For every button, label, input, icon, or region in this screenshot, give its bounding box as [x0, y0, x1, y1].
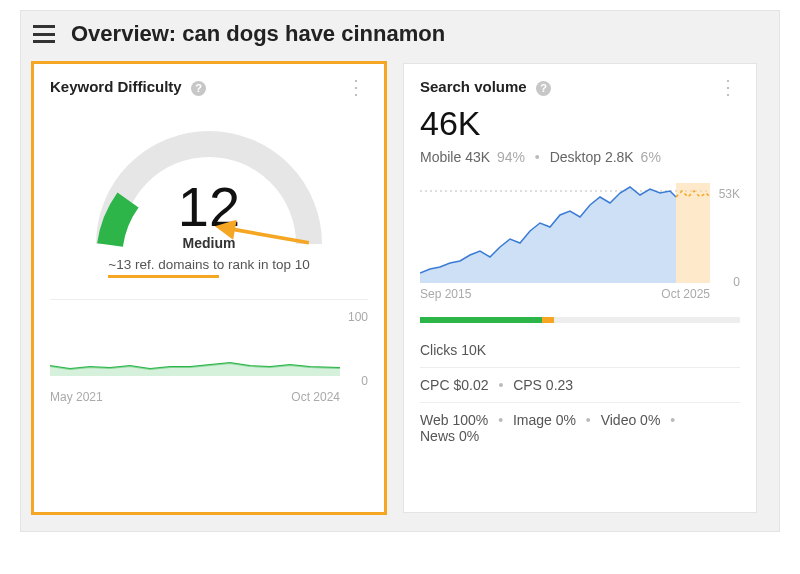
- kd-ytick-max: 100: [348, 310, 368, 324]
- sv-desktop-pct: 6%: [641, 149, 661, 165]
- help-icon[interactable]: ?: [536, 81, 551, 96]
- kd-date-start: May 2021: [50, 390, 103, 404]
- help-icon[interactable]: ?: [191, 81, 206, 96]
- dist-news: News 0%: [420, 428, 479, 444]
- sv-ytick-max: 53K: [719, 187, 740, 201]
- sv-date-start: Sep 2015: [420, 287, 471, 301]
- kd-gauge: 12 Medium ~13 ref. domains to rank in to…: [50, 104, 368, 273]
- divider: [50, 299, 368, 300]
- separator-dot: •: [670, 412, 675, 428]
- svg-rect-3: [676, 183, 710, 283]
- sv-mobile-pct: 94%: [497, 149, 525, 165]
- sv-chart: 53K 0 Sep 2015 Oct 2025: [420, 183, 740, 303]
- kd-card-title: Keyword Difficulty: [50, 78, 182, 95]
- kd-note: ~13 ref. domains to rank in top 10: [108, 257, 310, 272]
- sv-card-title: Search volume: [420, 78, 527, 95]
- topbar: Overview: can dogs have cinnamon: [21, 11, 779, 57]
- dist-image: Image 0%: [513, 412, 576, 428]
- sv-date-axis: Sep 2015 Oct 2025: [420, 287, 710, 301]
- cards-row: Keyword Difficulty ? ⋮ 12 Medium ~13 ref…: [21, 57, 779, 531]
- sv-volume: 46K: [420, 104, 740, 143]
- sv-chart-svg: [420, 183, 710, 283]
- kd-card: Keyword Difficulty ? ⋮ 12 Medium ~13 ref…: [33, 63, 385, 513]
- dist-web: Web 100%: [420, 412, 488, 428]
- kd-date-end: Oct 2024: [291, 390, 340, 404]
- dist-seg-orange: [542, 317, 555, 323]
- sv-card: Search volume ? ⋮ 46K Mobile 43K 94% • D…: [403, 63, 757, 513]
- sv-mobile-label: Mobile 43K: [420, 149, 490, 165]
- sv-date-end: Oct 2025: [661, 287, 710, 301]
- separator-dot: •: [498, 377, 503, 393]
- clicks-line: Clicks 10K: [420, 333, 740, 368]
- kd-ytick-min: 0: [361, 374, 368, 388]
- dist-video: Video 0%: [601, 412, 661, 428]
- sv-device-breakdown: Mobile 43K 94% • Desktop 2.8K 6%: [420, 149, 740, 165]
- separator-dot: •: [535, 149, 540, 165]
- kd-sparkline: 100 0: [50, 310, 368, 388]
- kd-date-axis: May 2021 Oct 2024: [50, 390, 340, 404]
- clicks-distribution-bar: [420, 317, 740, 323]
- search-dist-line: Web 100% • Image 0% • Video 0% • News 0%: [420, 403, 740, 453]
- cps-value: CPS 0.23: [513, 377, 573, 393]
- separator-dot: •: [586, 412, 591, 428]
- sv-desktop-label: Desktop 2.8K: [550, 149, 634, 165]
- kd-card-menu[interactable]: ⋮: [346, 82, 368, 92]
- cpc-cps-line: CPC $0.02 • CPS 0.23: [420, 368, 740, 403]
- kd-note-text: ~13 ref. domains to rank in top 10: [108, 257, 310, 272]
- page-title: Overview: can dogs have cinnamon: [71, 21, 445, 47]
- menu-icon[interactable]: [33, 25, 55, 43]
- cpc-value: CPC $0.02: [420, 377, 488, 393]
- kd-spark-svg: [50, 326, 340, 376]
- annotation-underline: [108, 275, 219, 278]
- sv-ytick-min: 0: [733, 275, 740, 289]
- dist-seg-green: [420, 317, 542, 323]
- page-container: Overview: can dogs have cinnamon Keyword…: [20, 10, 780, 532]
- sv-card-menu[interactable]: ⋮: [718, 82, 740, 92]
- separator-dot: •: [498, 412, 503, 428]
